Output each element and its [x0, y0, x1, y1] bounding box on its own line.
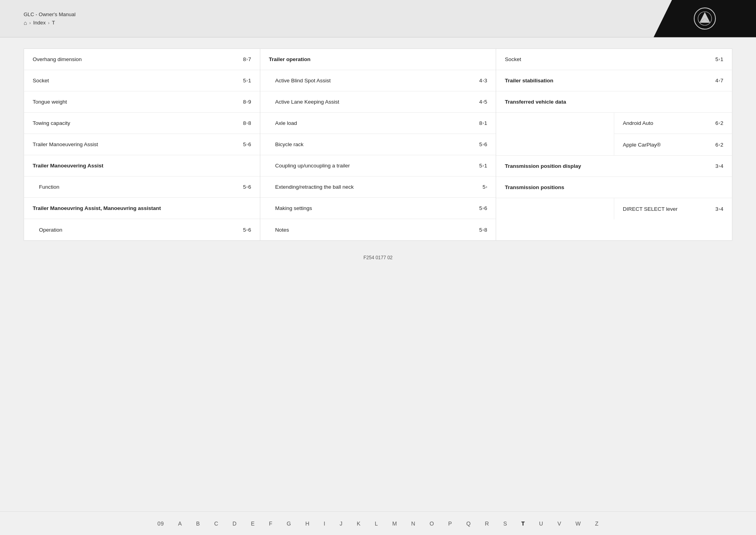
page-arrow: › [719, 164, 720, 168]
alpha-m[interactable]: M [385, 520, 404, 527]
entry-page: 8›7 [243, 56, 251, 62]
section-header-label: Transferred vehicle data [505, 99, 566, 105]
entry-operation[interactable]: Operation 5›6 [24, 219, 260, 240]
alpha-o[interactable]: O [422, 520, 441, 527]
alpha-d[interactable]: D [226, 520, 244, 527]
manual-title: GLC - Owner's Manual [24, 11, 76, 17]
alpha-k[interactable]: K [350, 520, 368, 527]
alpha-u[interactable]: U [532, 520, 550, 527]
entry-page: 8›1 [479, 120, 487, 126]
entry-page: 5›1 [479, 163, 487, 169]
breadcrumb-index[interactable]: Index [33, 20, 46, 26]
alpha-t[interactable]: T [514, 520, 532, 527]
entry-apple-carplay[interactable]: Apple CarPlay® 6›2 [614, 134, 732, 155]
section-transferred-data: Transferred vehicle data [496, 91, 732, 113]
alpha-r[interactable]: R [478, 520, 497, 527]
breadcrumb-t[interactable]: T [52, 20, 55, 26]
entry-towing-capacity[interactable]: Towing capacity 8›8 [24, 113, 260, 134]
home-icon[interactable]: ⌂ [24, 20, 27, 26]
entry-page: 5›6 [243, 184, 251, 190]
entry-android-auto[interactable]: Android Auto 6›2 [614, 113, 732, 134]
alpha-n[interactable]: N [404, 520, 422, 527]
alpha-f[interactable]: F [262, 520, 280, 527]
alpha-09[interactable]: 09 [150, 520, 171, 527]
entry-page: 3›4 [715, 206, 723, 212]
transferred-left [496, 113, 614, 155]
section-page: 4›7 [715, 78, 723, 84]
alpha-s[interactable]: S [496, 520, 514, 527]
entry-function[interactable]: Function 5›6 [24, 176, 260, 198]
entry-label: Axle load [275, 120, 297, 126]
section-header-trailer-man: Trailer Manoeuvering Assist [24, 155, 260, 176]
entry-extending[interactable]: Extending/retracting the ball neck 5› [260, 176, 496, 198]
transmission-left [496, 198, 614, 219]
alpha-v[interactable]: V [550, 520, 569, 527]
entry-socket-3[interactable]: Socket 5›1 [496, 49, 732, 70]
page-arrow: › [246, 78, 248, 83]
entry-notes[interactable]: Notes 5›8 [260, 219, 496, 240]
page-arrow: › [246, 57, 248, 61]
alpha-q[interactable]: Q [459, 520, 478, 527]
entry-blind-spot[interactable]: Active Blind Spot Assist 4›3 [260, 70, 496, 91]
alpha-j[interactable]: J [332, 520, 350, 527]
entry-label: Android Auto [623, 120, 653, 126]
entry-bicycle-rack[interactable]: Bicycle rack 5›6 [260, 134, 496, 155]
alpha-i[interactable]: I [317, 520, 332, 527]
page-arrow: › [246, 228, 248, 232]
column-2: Trailer operation Active Blind Spot Assi… [260, 49, 496, 241]
page-arrow: › [719, 143, 720, 147]
column-1: Overhang dimension 8›7 Socket 5›1 Tongue… [24, 49, 260, 241]
entry-label: Overhang dimension [33, 56, 82, 62]
entry-label: Operation [39, 227, 62, 233]
main-content: Overhang dimension 8›7 Socket 5›1 Tongue… [24, 48, 732, 241]
page-arrow: › [482, 228, 484, 232]
entry-page: 5›1 [715, 56, 723, 62]
section-header-label: Trailer Manoeuvring Assist, Manoeuvring … [33, 205, 161, 211]
entry-label: Apple CarPlay® [623, 142, 661, 148]
entry-page: 4›3 [479, 78, 487, 84]
entry-label: Bicycle rack [275, 141, 304, 147]
alpha-b[interactable]: B [189, 520, 207, 527]
entry-direct-select[interactable]: DIRECT SELECT lever 3›4 [614, 198, 732, 219]
sep2: › [48, 20, 50, 25]
entry-axle-load[interactable]: Axle load 8›1 [260, 113, 496, 134]
entry-tongue-weight[interactable]: Tongue weight 8›9 [24, 91, 260, 113]
alpha-a[interactable]: A [171, 520, 189, 527]
entry-label: Tongue weight [33, 99, 67, 105]
header-left: GLC - Owner's Manual ⌂ › Index › T [24, 11, 76, 26]
transferred-right: Android Auto 6›2 Apple CarPlay® 6›2 [614, 113, 732, 155]
section-header-label: Trailer Manoeuvering Assist [33, 163, 104, 169]
alpha-h[interactable]: H [298, 520, 317, 527]
section-transmission-positions: Transmission positions [496, 177, 732, 198]
alpha-c[interactable]: C [207, 520, 226, 527]
entry-page: 5› [482, 184, 487, 190]
entry-overhang[interactable]: Overhang dimension 8›7 [24, 49, 260, 70]
section-header-label: Trailer operation [269, 56, 311, 62]
page-arrow: › [482, 142, 484, 147]
transmission-right: DIRECT SELECT lever 3›4 [614, 198, 732, 219]
alpha-z[interactable]: Z [588, 520, 606, 527]
page-arrow: › [246, 100, 248, 104]
entry-label: Function [39, 184, 59, 190]
entry-label: DIRECT SELECT lever [623, 206, 678, 212]
doc-number: F254 0177 02 [0, 252, 756, 288]
page-arrow: › [482, 78, 484, 83]
alpha-l[interactable]: L [368, 520, 385, 527]
page-arrow: › [719, 121, 720, 125]
alpha-g[interactable]: G [280, 520, 298, 527]
breadcrumb: ⌂ › Index › T [24, 20, 76, 26]
page-arrow: › [246, 185, 248, 189]
entry-page: 8›9 [243, 99, 251, 105]
entry-coupling[interactable]: Coupling up/uncoupling a trailer 5›1 [260, 155, 496, 176]
entry-trailer-manoeuvering[interactable]: Trailer Manoeuvering Assist 5›6 [24, 134, 260, 155]
section-header-trailer-man2: Trailer Manoeuvring Assist, Manoeuvring … [24, 198, 260, 219]
entry-socket-1[interactable]: Socket 5›1 [24, 70, 260, 91]
entry-label: Active Blind Spot Assist [275, 78, 331, 84]
entry-making-settings[interactable]: Making settings 5›6 [260, 198, 496, 219]
alpha-e[interactable]: E [244, 520, 262, 527]
alpha-w[interactable]: W [569, 520, 588, 527]
transmission-split: DIRECT SELECT lever 3›4 [496, 198, 732, 219]
entry-lane-keeping[interactable]: Active Lane Keeping Assist 4›5 [260, 91, 496, 113]
alpha-p[interactable]: P [441, 520, 459, 527]
entry-label: Coupling up/uncoupling a trailer [275, 163, 350, 169]
